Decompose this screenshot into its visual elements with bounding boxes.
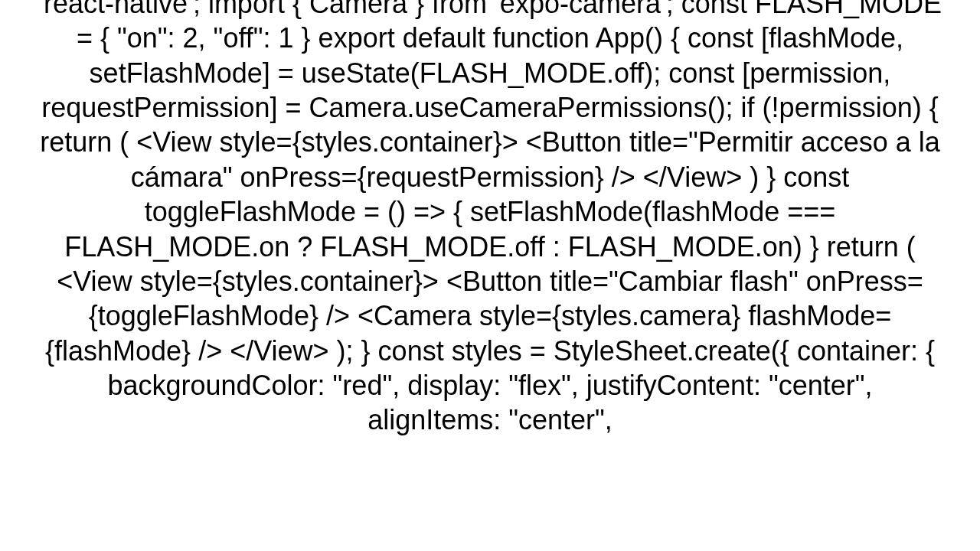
code-snippet: 'react-native'; import { Camera } from '… xyxy=(38,0,942,438)
